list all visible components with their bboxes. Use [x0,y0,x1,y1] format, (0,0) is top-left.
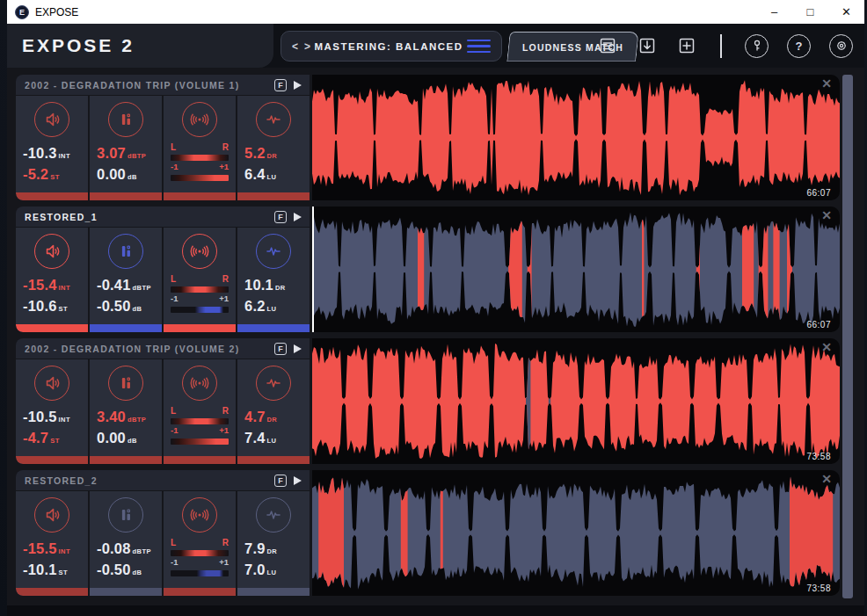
waveform-display[interactable]: ✕66:07 [312,207,840,332]
metric-status-bar [237,456,310,464]
stereo-scale-labels: -1+1 [171,557,229,567]
close-button[interactable]: ✕ [828,0,864,24]
value-number: -4.7 [23,430,48,446]
scale-max-label: +1 [219,425,229,435]
pulse-icon [256,102,291,137]
maximize-button[interactable]: □ [792,0,828,24]
session-notes-icon[interactable] [597,35,618,56]
minimize-button[interactable]: – [756,0,792,24]
scale-max-label: +1 [219,557,229,567]
import-icon[interactable] [637,35,658,56]
value-number: 7.4 [244,430,266,446]
metric-value: -5.2ST [23,165,84,186]
track-row: 2002 - DEGRADATION TRIP (VOLUME 1)F-10.3… [16,75,840,200]
value-unit: LU [267,305,277,313]
track-header: RESTORED_1F [16,207,310,227]
metric-values: -0.08dBTP-0.50dB [97,540,158,582]
value-number: 10.1 [244,277,273,293]
preset-arrows: < > [292,40,310,53]
metric-value: 7.4LU [244,429,306,450]
focus-button[interactable]: F [274,211,287,223]
track-row: 2002 - DEGRADATION TRIP (VOLUME 2)F-10.5… [16,338,840,464]
preset-selector[interactable]: < > MASTERING: BALANCED [280,31,502,62]
stereo-left-label: L [171,274,176,284]
loudness-panel: -10.5INT-4.7ST [16,359,88,464]
track-row: RESTORED_2F-15.5INT-10.1ST-0.08dBTP-0.50… [16,470,840,596]
metric-values: -15.4INT-10.6ST [23,276,84,318]
value-unit: ST [59,305,68,313]
track-duration: 66:07 [806,188,831,198]
track-metrics: RESTORED_2F-15.5INT-10.1ST-0.08dBTP-0.50… [16,470,310,596]
speaker-icon [34,234,69,269]
track-duration: 73:58 [806,452,831,461]
value-number: -10.1 [23,562,57,577]
app-logo: EXPOSE 2 [22,24,135,68]
stereo-panel: LR-1+1 [164,359,236,464]
track-duration: 66:07 [806,320,831,330]
metric-value: -10.5INT [23,408,84,429]
waveform-graphic [312,207,840,332]
play-button[interactable] [294,81,302,90]
close-track-button[interactable]: ✕ [821,472,832,486]
scrollbar[interactable] [842,75,853,598]
value-number: -15.4 [23,277,57,293]
metric-value: -0.08dBTP [97,540,158,561]
scale-min-label: -1 [171,162,178,171]
waveform-display[interactable]: ✕73:58 [312,338,840,464]
value-unit: ST [50,173,59,181]
metric-values: 7.9DR7.0LU [244,540,306,582]
focus-button[interactable]: F [274,343,287,355]
preset-next-icon[interactable]: > [304,40,310,53]
metric-value: 4.7DR [244,408,306,429]
pulse-icon [256,497,291,533]
close-track-button[interactable]: ✕ [821,208,832,222]
metric-value: 10.1DR [244,276,306,297]
close-track-button[interactable]: ✕ [821,76,832,91]
dynamics-panel: 10.1DR6.2LU [237,228,310,332]
focus-button[interactable]: F [274,79,287,91]
close-track-button[interactable]: ✕ [821,340,832,354]
scale-min-label: -1 [171,557,178,567]
track-row: RESTORED_1F-15.4INT-10.6ST-0.41dBTP-0.50… [16,207,840,332]
stereo-channel-labels: LR [171,406,229,416]
footer-strip [7,605,864,616]
waveform-display[interactable]: ✕73:58 [312,470,840,596]
help-icon[interactable]: ? [787,34,811,58]
license-key-icon[interactable] [745,34,769,58]
value-number: 7.0 [244,562,266,577]
stereo-icon [182,366,217,401]
app-header: EXPOSE 2 < > MASTERING: BALANCED LOUDNES… [7,24,864,68]
add-track-icon[interactable] [676,35,697,56]
scale-min-label: -1 [171,294,178,303]
value-unit: LU [267,437,277,445]
stereo-meter-top [171,155,229,161]
stereo-scale-labels: -1+1 [171,294,229,303]
app-icon: E [15,5,29,19]
stereo-icon [182,234,217,269]
playhead [312,207,314,332]
scale-max-label: +1 [219,162,229,171]
waveform-display[interactable]: ✕66:07 [312,75,840,200]
value-number: -0.41 [97,277,131,293]
stereo-meter-bottom [171,307,229,313]
value-number: -10.5 [23,409,57,424]
metric-value: -10.6ST [23,297,84,318]
stereo-meter-bottom [171,175,229,181]
menu-icon[interactable] [467,40,491,54]
focus-button[interactable]: F [274,475,287,487]
value-number: -10.6 [23,298,57,314]
metric-values: 10.1DR6.2LU [244,276,306,318]
value-unit: INT [59,284,70,292]
track-metrics: RESTORED_1F-15.4INT-10.6ST-0.41dBTP-0.50… [16,207,310,332]
true-peak-panel: 3.40dBTP0.00dB [90,359,162,464]
metric-status-bar [90,324,162,332]
value-unit: ST [50,437,59,445]
play-button[interactable] [294,344,302,353]
play-button[interactable] [294,213,302,221]
metric-status-bar [16,324,88,332]
value-unit: INT [59,547,70,555]
play-button[interactable] [294,476,302,485]
preset-prev-icon[interactable]: < [292,40,298,53]
metric-status-bar [237,324,310,332]
settings-gear-icon[interactable] [829,34,853,58]
